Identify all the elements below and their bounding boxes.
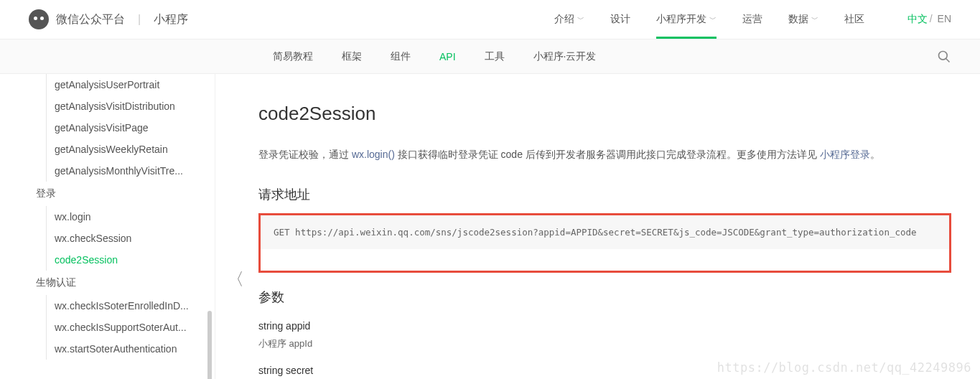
sidebar-item[interactable]: wx.checkIsSoterEnrolledInD... xyxy=(0,295,215,317)
sidebar-category[interactable]: 生物认证 xyxy=(0,271,215,295)
param-desc: 小程序 appId xyxy=(258,337,951,350)
secnav-item[interactable]: 组件 xyxy=(391,50,411,63)
svg-point-0 xyxy=(939,52,948,60)
lang-zh[interactable]: 中文 xyxy=(907,13,928,24)
mainnav-item[interactable]: 数据﹀ xyxy=(788,0,818,39)
desc-text: 。 xyxy=(870,149,880,160)
divider: | xyxy=(138,13,141,26)
chevron-down-icon: ﹀ xyxy=(577,14,584,24)
scrollbar-thumb[interactable] xyxy=(207,311,212,379)
param-name: string appid xyxy=(258,320,951,332)
layout: getAnalysisUserPortraitgetAnalysisVisitD… xyxy=(0,74,980,379)
mainnav-item[interactable]: 运营 xyxy=(742,0,762,39)
sidebar-item[interactable]: wx.login xyxy=(0,206,215,228)
wechat-icon xyxy=(29,9,49,29)
language-switch[interactable]: 中文/ EN xyxy=(907,13,951,26)
mainnav-label: 社区 xyxy=(844,13,864,26)
lang-en[interactable]: EN xyxy=(938,13,951,24)
collapse-sidebar-icon[interactable]: 〈 xyxy=(227,268,244,291)
secnav-item[interactable]: 小程序·云开发 xyxy=(533,50,597,63)
chevron-down-icon: ﹀ xyxy=(811,14,818,24)
sub-title[interactable]: 小程序 xyxy=(154,12,188,27)
secnav-item[interactable]: 工具 xyxy=(485,50,505,63)
brand[interactable]: 微信公众平台 xyxy=(29,9,125,29)
secnav-item[interactable]: 简易教程 xyxy=(273,50,313,63)
description: 登录凭证校验，通过 wx.login() 接口获得临时登录凭证 code 后传到… xyxy=(258,145,951,164)
request-url-code: GET https://api.weixin.qq.com/sns/jscode… xyxy=(261,215,949,249)
mainnav-label: 设计 xyxy=(610,13,630,26)
main-nav: 介绍﹀设计小程序开发﹀运营数据﹀社区 xyxy=(554,0,864,39)
site-title: 微信公众平台 xyxy=(56,12,125,27)
sidebar-item[interactable]: getAnalysisUserPortrait xyxy=(0,74,215,95)
sidebar-item[interactable]: getAnalysisWeeklyRetain xyxy=(0,139,215,160)
desc-text: 接口获得临时登录凭证 code 后传到开发者服务器调用此接口完成登录流程。更多使… xyxy=(395,149,820,160)
svg-line-1 xyxy=(946,59,950,62)
params-heading: 参数 xyxy=(258,289,951,306)
mainnav-label: 数据 xyxy=(788,13,808,26)
sidebar-category[interactable]: 登录 xyxy=(0,182,215,206)
chevron-down-icon: ﹀ xyxy=(709,14,717,24)
secondary-nav: 简易教程框架组件API工具小程序·云开发 xyxy=(0,39,980,74)
mainnav-item[interactable]: 设计 xyxy=(610,0,630,39)
sidebar-item[interactable]: wx.checkIsSupportSoterAut... xyxy=(0,317,215,338)
lang-sep: / xyxy=(930,13,933,24)
page-title: code2Session xyxy=(258,103,951,125)
mainnav-label: 小程序开发 xyxy=(656,13,706,26)
request-url-heading: 请求地址 xyxy=(258,186,951,203)
sidebar-item[interactable]: getAnalysisVisitDistribution xyxy=(0,95,215,117)
desc-text: 登录凭证校验，通过 xyxy=(258,149,352,160)
sidebar-item[interactable]: wx.startSoterAuthentication xyxy=(0,338,215,360)
content: code2Session 登录凭证校验，通过 wx.login() 接口获得临时… xyxy=(215,74,980,379)
request-url-box: GET https://api.weixin.qq.com/sns/jscode… xyxy=(258,213,951,273)
mainnav-item[interactable]: 介绍﹀ xyxy=(554,0,584,39)
mainnav-label: 介绍 xyxy=(554,13,574,26)
top-nav: 微信公众平台 | 小程序 介绍﹀设计小程序开发﹀运营数据﹀社区 中文/ EN xyxy=(0,0,980,39)
sidebar-item[interactable]: getAnalysisVisitPage xyxy=(0,117,215,139)
sidebar-item[interactable]: getAnalysisMonthlyVisitTre... xyxy=(0,160,215,182)
search-icon[interactable] xyxy=(937,50,951,64)
mini-login-link[interactable]: 小程序登录 xyxy=(820,149,870,160)
sidebar-item[interactable]: code2Session xyxy=(0,249,215,271)
sidebar: getAnalysisUserPortraitgetAnalysisVisitD… xyxy=(0,74,215,379)
sidebar-item[interactable]: wx.checkSession xyxy=(0,228,215,249)
secnav-item[interactable]: API xyxy=(439,51,456,62)
mainnav-label: 运营 xyxy=(742,13,762,26)
param-name: string secret xyxy=(258,365,951,376)
mainnav-item[interactable]: 小程序开发﹀ xyxy=(656,0,717,39)
secnav-item[interactable]: 框架 xyxy=(342,50,362,63)
wx-login-link[interactable]: wx.login() xyxy=(352,149,395,160)
mainnav-item[interactable]: 社区 xyxy=(844,0,864,39)
